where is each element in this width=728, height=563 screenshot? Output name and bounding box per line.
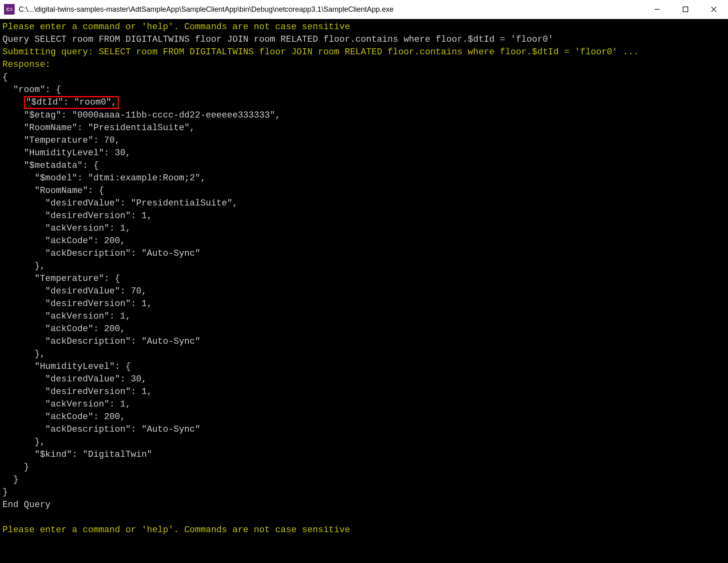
json-line: "ackVersion": 1, <box>2 311 131 321</box>
query-echo-line: Query SELECT room FROM DIGITALTWINS floo… <box>2 34 553 45</box>
json-line: "ackVersion": 1, <box>2 223 131 233</box>
json-line: "ackCode": 200, <box>2 236 126 246</box>
json-line: "room": { <box>2 85 61 95</box>
minimize-button[interactable] <box>643 0 671 19</box>
response-label: Response: <box>2 60 51 70</box>
json-line: "RoomName": "PresidentialSuite", <box>2 123 195 133</box>
json-line: "ackCode": 200, <box>2 412 126 422</box>
json-line: { <box>2 72 8 82</box>
titlebar[interactable]: C:\ C:\...\digital-twins-samples-master\… <box>0 0 728 19</box>
json-line: "HumidityLevel": { <box>2 362 131 372</box>
json-line: "desiredVersion": 1, <box>2 299 152 309</box>
prompt-line: Please enter a command or 'help'. Comman… <box>2 525 350 535</box>
json-line: "Temperature": 70, <box>2 135 120 146</box>
json-line: }, <box>2 437 45 447</box>
json-line: "RoomName": { <box>2 186 104 196</box>
maximize-button[interactable] <box>671 0 700 19</box>
json-line: } <box>2 462 29 472</box>
minimize-icon <box>654 6 660 13</box>
json-line: "$model": "dtmi:example:Room;2", <box>2 173 206 183</box>
close-button[interactable] <box>700 0 728 19</box>
prompt-line: Please enter a command or 'help'. Comman… <box>2 22 350 32</box>
json-line: "HumidityLevel": 30, <box>2 148 131 158</box>
json-line: "$etag": "0000aaaa-11bb-cccc-dd22-eeeeee… <box>2 110 281 120</box>
window-title: C:\...\digital-twins-samples-master\AdtS… <box>19 5 643 14</box>
end-query-line: End Query <box>2 500 51 510</box>
json-line: "Temperature": { <box>2 274 120 284</box>
json-line: "ackDescription": "Auto-Sync" <box>2 248 200 259</box>
json-line: "$metadata": { <box>2 161 99 171</box>
window-controls <box>643 0 728 19</box>
json-line: "$dtId": "room0", <box>2 97 119 107</box>
maximize-icon <box>682 6 689 13</box>
json-line: "ackCode": 200, <box>2 324 126 334</box>
json-line: "desiredValue": 30, <box>2 374 147 384</box>
console-output[interactable]: Please enter a command or 'help'. Comman… <box>0 19 728 563</box>
json-line: "desiredValue": 70, <box>2 286 147 296</box>
json-line: "desiredValue": "PresidentialSuite", <box>2 198 238 208</box>
close-icon <box>711 6 717 13</box>
json-line: "desiredVersion": 1, <box>2 387 152 397</box>
json-line: } <box>2 475 19 485</box>
highlighted-dtid: "$dtId": "room0", <box>24 96 119 109</box>
app-icon: C:\ <box>4 4 15 15</box>
json-line: } <box>2 487 8 497</box>
json-line: }, <box>2 261 45 271</box>
json-line: "desiredVersion": 1, <box>2 211 152 221</box>
submitting-line: Submitting query: SELECT room FROM DIGIT… <box>2 47 639 57</box>
json-line: "ackVersion": 1, <box>2 399 131 409</box>
svg-rect-1 <box>683 7 688 12</box>
json-line: "ackDescription": "Auto-Sync" <box>2 424 200 435</box>
app-window: C:\ C:\...\digital-twins-samples-master\… <box>0 0 728 563</box>
json-line: "$kind": "DigitalTwin" <box>2 450 152 460</box>
json-line: "ackDescription": "Auto-Sync" <box>2 336 200 347</box>
json-line: }, <box>2 349 45 359</box>
